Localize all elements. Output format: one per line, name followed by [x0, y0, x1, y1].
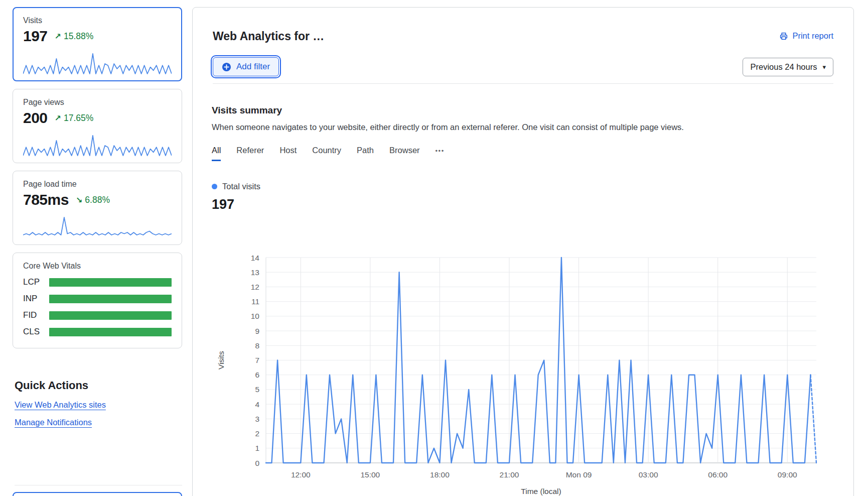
- tab-country[interactable]: Country: [312, 146, 341, 161]
- print-report-label: Print report: [792, 31, 833, 41]
- svg-text:12:00: 12:00: [291, 470, 311, 479]
- svg-text:9: 9: [255, 327, 259, 335]
- tab-host[interactable]: Host: [279, 146, 297, 161]
- printer-icon: [779, 32, 788, 41]
- trend-badge: ↘ 6.88%: [76, 195, 110, 205]
- svg-text:21:00: 21:00: [500, 470, 519, 479]
- svg-text:13: 13: [251, 268, 259, 277]
- stat-label: Visits: [23, 16, 172, 25]
- sidebar: Visits 197 ↗ 15.88% Page views 200 ↗ 17.…: [13, 7, 182, 496]
- quick-actions-title: Quick Actions: [15, 379, 182, 392]
- svg-text:14: 14: [251, 254, 260, 262]
- print-report-link[interactable]: Print report: [779, 31, 833, 41]
- cwv-metric-label: INP: [23, 294, 49, 304]
- svg-text:4: 4: [255, 400, 259, 409]
- trend-value: 15.88%: [64, 31, 93, 42]
- tabs-overflow-button[interactable]: •••: [436, 147, 445, 161]
- stat-value: 197: [23, 28, 48, 45]
- time-range-value: Previous 24 hours: [750, 62, 817, 72]
- tab-path[interactable]: Path: [357, 146, 374, 161]
- page-load-sparkline-chart: [23, 215, 172, 238]
- partially-visible-card[interactable]: [13, 492, 182, 496]
- svg-text:1: 1: [255, 444, 259, 452]
- panel-header: Web Analytics for … Print report: [193, 8, 853, 84]
- svg-text:Visits: Visits: [217, 351, 225, 369]
- cwv-good-bar: [49, 295, 172, 303]
- cwv-metric-label: CLS: [23, 327, 49, 337]
- cwv-row-cls: CLS: [23, 327, 172, 337]
- trend-up-icon: ↗: [55, 113, 61, 123]
- cwv-metric-label: FID: [23, 310, 49, 320]
- svg-text:Mon 09: Mon 09: [566, 470, 592, 479]
- total-visits-value: 197: [212, 197, 834, 212]
- plus-circle-icon: [222, 62, 231, 72]
- stat-value: 200: [23, 109, 48, 127]
- stat-label: Page views: [23, 98, 172, 107]
- cwv-good-bar: [49, 278, 172, 287]
- cwv-row-fid: FID: [23, 310, 172, 320]
- trend-down-icon: ↘: [76, 195, 82, 205]
- cwv-good-bar: [49, 328, 172, 336]
- svg-text:5: 5: [255, 385, 259, 394]
- page-title: Web Analytics for …: [213, 30, 833, 43]
- cwv-row-inp: INP: [23, 294, 172, 304]
- cwv-metric-label: LCP: [23, 277, 49, 287]
- svg-text:7: 7: [255, 356, 259, 364]
- time-range-dropdown[interactable]: Previous 24 hours ▾: [743, 58, 833, 76]
- legend-dot: [212, 184, 217, 189]
- visits-summary-title: Visits summary: [212, 105, 834, 116]
- svg-text:Time (local): Time (local): [521, 487, 561, 495]
- svg-text:03:00: 03:00: [639, 470, 658, 479]
- add-filter-button[interactable]: Add filter: [213, 57, 279, 76]
- stat-card-visits[interactable]: Visits 197 ↗ 15.88%: [13, 7, 182, 81]
- visits-sparkline-chart: [23, 52, 172, 75]
- page-views-sparkline-chart: [23, 134, 172, 157]
- svg-text:2: 2: [255, 429, 259, 438]
- svg-text:18:00: 18:00: [430, 470, 450, 479]
- svg-text:0: 0: [255, 459, 259, 467]
- stat-value: 785ms: [23, 191, 69, 208]
- stat-card-page-load-time[interactable]: Page load time 785ms ↘ 6.88%: [13, 171, 182, 245]
- svg-text:06:00: 06:00: [708, 470, 728, 479]
- stat-label: Page load time: [23, 180, 172, 189]
- legend-label: Total visits: [222, 182, 260, 191]
- tab-browser[interactable]: Browser: [389, 146, 420, 161]
- trend-up-icon: ↗: [55, 32, 61, 41]
- tab-referer[interactable]: Referer: [236, 146, 264, 161]
- divider: [15, 485, 182, 485]
- dimension-tabs: All Referer Host Country Path Browser ••…: [212, 146, 834, 161]
- chevron-down-icon: ▾: [822, 64, 826, 70]
- visits-summary-description: When someone navigates to your website, …: [212, 122, 834, 132]
- view-web-analytics-sites-link[interactable]: View Web Analytics sites: [15, 400, 106, 410]
- trend-value: 6.88%: [85, 195, 110, 205]
- core-web-vitals-title: Core Web Vitals: [23, 262, 172, 271]
- svg-text:6: 6: [255, 370, 259, 379]
- cwv-row-lcp: LCP: [23, 277, 172, 287]
- svg-text:11: 11: [251, 297, 259, 306]
- trend-value: 17.65%: [64, 113, 93, 123]
- add-filter-label: Add filter: [236, 62, 270, 72]
- divider: [213, 83, 833, 84]
- svg-text:3: 3: [255, 415, 259, 423]
- chart-area: 0123456789101112131412:0015:0018:0021:00…: [212, 216, 834, 496]
- trend-badge: ↗ 17.65%: [55, 113, 94, 123]
- chart-legend: Total visits: [212, 182, 834, 191]
- svg-text:10: 10: [251, 312, 260, 320]
- stat-card-page-views[interactable]: Page views 200 ↗ 17.65%: [13, 89, 182, 163]
- svg-text:8: 8: [255, 341, 259, 350]
- manage-notifications-link[interactable]: Manage Notifications: [15, 418, 92, 427]
- visits-summary-section: Visits summary When someone navigates to…: [193, 84, 853, 496]
- svg-text:15:00: 15:00: [360, 470, 380, 479]
- web-analytics-panel: Web Analytics for … Print report: [192, 7, 854, 496]
- cwv-good-bar: [49, 311, 172, 320]
- svg-text:12: 12: [251, 283, 259, 291]
- svg-text:09:00: 09:00: [778, 470, 797, 479]
- core-web-vitals-card[interactable]: Core Web Vitals LCP INP FID CLS: [13, 253, 182, 348]
- tab-all[interactable]: All: [212, 146, 221, 161]
- visits-time-series-chart[interactable]: 0123456789101112131412:0015:0018:0021:00…: [212, 216, 839, 496]
- trend-badge: ↗ 15.88%: [55, 31, 94, 42]
